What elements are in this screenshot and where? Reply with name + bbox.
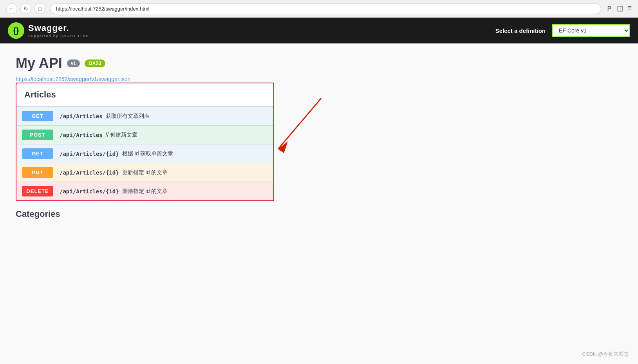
watermark: CSDN @今夜来看雪 — [582, 351, 629, 357]
method-badge-get-2: GET — [22, 148, 53, 159]
browser-controls: ← ↻ □ — [6, 3, 45, 14]
endpoint-desc-2: 根据 id 获取单篇文章 — [122, 150, 174, 157]
badge-oas3: OAS3 — [85, 59, 105, 67]
reload-button[interactable]: ↻ — [20, 3, 31, 14]
endpoint-desc-1: // 创建新文章 — [106, 132, 138, 139]
home-button[interactable]: □ — [34, 3, 45, 14]
main-content: My API v1 OAS3 https://localhost:7252/sw… — [0, 43, 638, 357]
svg-line-0 — [278, 98, 321, 149]
endpoint-row-delete-articles-id[interactable]: DELETE /api/Articles/{id} 删除指定 id 的文章 — [16, 182, 273, 200]
browser-icons: Ｐ ◫ ≡ — [606, 4, 632, 13]
swagger-logo-icon: {} — [8, 22, 24, 39]
endpoint-desc-3: 更新指定 id 的文章 — [122, 169, 168, 176]
endpoint-desc-0: 获取所有文章列表 — [106, 113, 150, 120]
endpoint-desc-4: 删除指定 id 的文章 — [122, 188, 168, 195]
back-button[interactable]: ← — [6, 3, 17, 14]
api-url[interactable]: https://localhost:7252/swagger/v1/swagge… — [16, 76, 130, 82]
method-badge-post: POST — [22, 130, 53, 140]
extensions-icon: ◫ — [617, 4, 624, 13]
categories-section-partial: Categories — [16, 209, 622, 219]
endpoint-row-get-articles[interactable]: GET /api/Articles 获取所有文章列表 — [16, 106, 273, 125]
articles-section-title[interactable]: Articles — [24, 90, 56, 99]
address-bar[interactable]: https://localhost:7252/swagger/index.htm… — [50, 4, 601, 14]
swagger-logo: {} Swagger. Supported by SMARTBEAR — [8, 22, 89, 39]
definition-label: Select a definition — [495, 27, 546, 34]
endpoint-row-put-articles-id[interactable]: PUT /api/Articles/{id} 更新指定 id 的文章 — [16, 163, 273, 182]
definition-select[interactable]: EF Core v1 — [552, 24, 630, 37]
endpoint-path-4: /api/Articles/{id} — [60, 188, 119, 195]
menu-icon: ≡ — [627, 4, 632, 13]
swagger-logo-text-block: Swagger. Supported by SMARTBEAR — [28, 23, 89, 38]
endpoint-path-1: /api/Articles — [60, 132, 103, 138]
swagger-logo-text: Swagger. — [28, 23, 89, 33]
profile-icon: Ｐ — [606, 4, 613, 13]
endpoint-path-2: /api/Articles/{id} — [60, 151, 119, 157]
swagger-logo-sub: Supported by SMARTBEAR — [28, 34, 89, 38]
endpoint-path-0: /api/Articles — [60, 113, 103, 119]
endpoint-row-get-articles-id[interactable]: GET /api/Articles/{id} 根据 id 获取单篇文章 — [16, 144, 273, 163]
method-badge-get: GET — [22, 111, 53, 121]
api-title-row: My API v1 OAS3 — [16, 55, 622, 72]
svg-marker-1 — [278, 141, 288, 153]
badge-v1: v1 — [67, 59, 80, 67]
endpoint-path-3: /api/Articles/{id} — [60, 169, 119, 176]
swagger-header: {} Swagger. Supported by SMARTBEAR Selec… — [0, 18, 638, 43]
swagger-header-right: Select a definition EF Core v1 — [495, 24, 630, 37]
articles-section: Articles GET /api/Articles 获取所有文章列表 POST… — [16, 83, 274, 201]
endpoint-row-post-articles[interactable]: POST /api/Articles // 创建新文章 — [16, 125, 273, 144]
method-badge-delete: DELETE — [22, 186, 53, 196]
articles-section-header: Articles — [16, 83, 273, 106]
api-title: My API — [16, 55, 62, 72]
method-badge-put: PUT — [22, 167, 53, 178]
browser-bar: ← ↻ □ https://localhost:7252/swagger/ind… — [0, 0, 638, 18]
categories-title: Categories — [16, 209, 622, 219]
